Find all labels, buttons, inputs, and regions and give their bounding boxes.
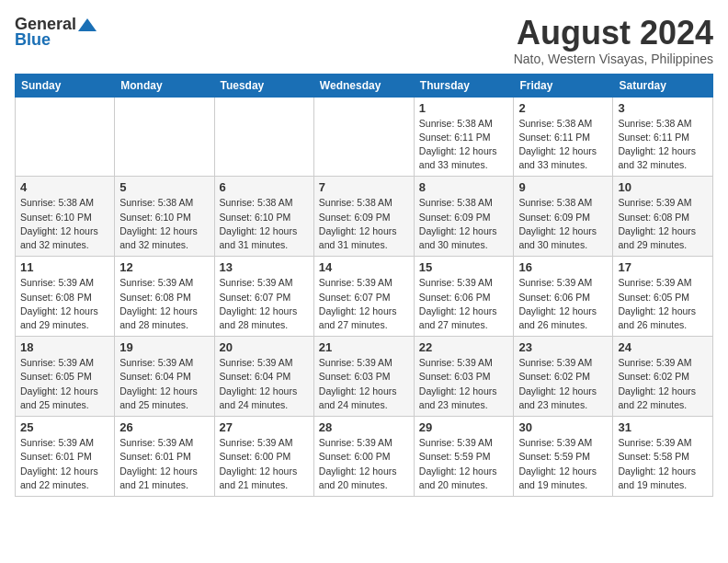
day-info: Sunrise: 5:38 AMSunset: 6:11 PMDaylight:… bbox=[419, 117, 509, 173]
calendar-cell: 18Sunrise: 5:39 AMSunset: 6:05 PMDayligh… bbox=[16, 337, 115, 417]
day-number: 24 bbox=[618, 340, 708, 354]
logo: General Blue bbox=[15, 15, 98, 50]
header-sunday: Sunday bbox=[16, 74, 115, 97]
day-info: Sunrise: 5:38 AMSunset: 6:11 PMDaylight:… bbox=[518, 117, 608, 173]
day-number: 11 bbox=[20, 260, 109, 274]
day-number: 10 bbox=[618, 180, 708, 194]
day-number: 17 bbox=[618, 260, 708, 274]
svg-marker-0 bbox=[78, 18, 97, 31]
calendar-cell bbox=[313, 97, 414, 177]
day-info: Sunrise: 5:39 AMSunset: 6:03 PMDaylight:… bbox=[319, 356, 409, 412]
day-info: Sunrise: 5:39 AMSunset: 5:59 PMDaylight:… bbox=[419, 436, 509, 492]
week-row-4: 25Sunrise: 5:39 AMSunset: 6:01 PMDayligh… bbox=[16, 417, 713, 497]
day-info: Sunrise: 5:39 AMSunset: 5:59 PMDaylight:… bbox=[518, 436, 608, 492]
day-number: 8 bbox=[419, 180, 509, 194]
day-number: 12 bbox=[119, 260, 209, 274]
day-number: 1 bbox=[419, 101, 509, 115]
calendar-cell: 17Sunrise: 5:39 AMSunset: 6:05 PMDayligh… bbox=[613, 257, 713, 337]
day-number: 31 bbox=[618, 420, 708, 434]
day-info: Sunrise: 5:38 AMSunset: 6:09 PMDaylight:… bbox=[319, 196, 409, 252]
calendar-cell: 23Sunrise: 5:39 AMSunset: 6:02 PMDayligh… bbox=[514, 337, 613, 417]
calendar-cell: 14Sunrise: 5:39 AMSunset: 6:07 PMDayligh… bbox=[313, 257, 414, 337]
day-info: Sunrise: 5:39 AMSunset: 6:05 PMDaylight:… bbox=[20, 356, 109, 412]
day-info: Sunrise: 5:39 AMSunset: 6:07 PMDaylight:… bbox=[319, 276, 409, 332]
day-info: Sunrise: 5:38 AMSunset: 6:09 PMDaylight:… bbox=[518, 196, 608, 252]
day-number: 30 bbox=[518, 420, 608, 434]
week-row-0: 1Sunrise: 5:38 AMSunset: 6:11 PMDaylight… bbox=[16, 97, 713, 177]
calendar-subtitle: Nato, Western Visayas, Philippines bbox=[514, 52, 713, 66]
calendar-cell: 15Sunrise: 5:39 AMSunset: 6:06 PMDayligh… bbox=[414, 257, 514, 337]
day-info: Sunrise: 5:39 AMSunset: 6:08 PMDaylight:… bbox=[618, 196, 708, 252]
day-number: 27 bbox=[220, 420, 309, 434]
calendar-cell: 5Sunrise: 5:38 AMSunset: 6:10 PMDaylight… bbox=[115, 177, 214, 257]
calendar-cell: 31Sunrise: 5:39 AMSunset: 5:58 PMDayligh… bbox=[613, 417, 713, 497]
day-number: 14 bbox=[319, 260, 409, 274]
day-number: 16 bbox=[518, 260, 608, 274]
calendar-cell: 13Sunrise: 5:39 AMSunset: 6:07 PMDayligh… bbox=[214, 257, 313, 337]
day-info: Sunrise: 5:39 AMSunset: 6:04 PMDaylight:… bbox=[119, 356, 209, 412]
calendar-cell bbox=[214, 97, 313, 177]
day-number: 4 bbox=[20, 180, 109, 194]
calendar-cell: 30Sunrise: 5:39 AMSunset: 5:59 PMDayligh… bbox=[514, 417, 613, 497]
calendar-cell: 20Sunrise: 5:39 AMSunset: 6:04 PMDayligh… bbox=[214, 337, 313, 417]
calendar-cell: 19Sunrise: 5:39 AMSunset: 6:04 PMDayligh… bbox=[115, 337, 214, 417]
day-info: Sunrise: 5:38 AMSunset: 6:10 PMDaylight:… bbox=[220, 196, 309, 252]
day-info: Sunrise: 5:38 AMSunset: 6:10 PMDaylight:… bbox=[119, 196, 209, 252]
header-monday: Monday bbox=[115, 74, 214, 97]
day-info: Sunrise: 5:39 AMSunset: 6:08 PMDaylight:… bbox=[20, 276, 109, 332]
day-info: Sunrise: 5:39 AMSunset: 6:07 PMDaylight:… bbox=[220, 276, 309, 332]
calendar-cell: 3Sunrise: 5:38 AMSunset: 6:11 PMDaylight… bbox=[613, 97, 713, 177]
day-info: Sunrise: 5:39 AMSunset: 6:00 PMDaylight:… bbox=[220, 436, 309, 492]
calendar-cell: 24Sunrise: 5:39 AMSunset: 6:02 PMDayligh… bbox=[613, 337, 713, 417]
day-number: 23 bbox=[518, 340, 608, 354]
calendar-cell: 2Sunrise: 5:38 AMSunset: 6:11 PMDaylight… bbox=[514, 97, 613, 177]
day-info: Sunrise: 5:39 AMSunset: 6:05 PMDaylight:… bbox=[618, 276, 708, 332]
day-number: 19 bbox=[119, 340, 209, 354]
calendar-cell bbox=[115, 97, 214, 177]
day-number: 21 bbox=[319, 340, 409, 354]
logo-icon bbox=[78, 17, 98, 33]
calendar-cell: 12Sunrise: 5:39 AMSunset: 6:08 PMDayligh… bbox=[115, 257, 214, 337]
calendar-cell: 22Sunrise: 5:39 AMSunset: 6:03 PMDayligh… bbox=[414, 337, 514, 417]
day-number: 18 bbox=[20, 340, 109, 354]
day-number: 13 bbox=[220, 260, 309, 274]
day-info: Sunrise: 5:38 AMSunset: 6:11 PMDaylight:… bbox=[618, 117, 708, 173]
calendar-cell: 9Sunrise: 5:38 AMSunset: 6:09 PMDaylight… bbox=[514, 177, 613, 257]
week-row-2: 11Sunrise: 5:39 AMSunset: 6:08 PMDayligh… bbox=[16, 257, 713, 337]
day-number: 5 bbox=[119, 180, 209, 194]
week-row-3: 18Sunrise: 5:39 AMSunset: 6:05 PMDayligh… bbox=[16, 337, 713, 417]
calendar-cell: 7Sunrise: 5:38 AMSunset: 6:09 PMDaylight… bbox=[313, 177, 414, 257]
calendar-cell: 25Sunrise: 5:39 AMSunset: 6:01 PMDayligh… bbox=[16, 417, 115, 497]
day-number: 29 bbox=[419, 420, 509, 434]
day-info: Sunrise: 5:39 AMSunset: 6:01 PMDaylight:… bbox=[119, 436, 209, 492]
day-info: Sunrise: 5:39 AMSunset: 5:58 PMDaylight:… bbox=[618, 436, 708, 492]
day-number: 6 bbox=[220, 180, 309, 194]
calendar-cell: 1Sunrise: 5:38 AMSunset: 6:11 PMDaylight… bbox=[414, 97, 514, 177]
calendar-cell: 10Sunrise: 5:39 AMSunset: 6:08 PMDayligh… bbox=[613, 177, 713, 257]
header-saturday: Saturday bbox=[613, 74, 713, 97]
day-info: Sunrise: 5:39 AMSunset: 6:02 PMDaylight:… bbox=[618, 356, 708, 412]
day-info: Sunrise: 5:39 AMSunset: 6:08 PMDaylight:… bbox=[119, 276, 209, 332]
calendar-cell: 8Sunrise: 5:38 AMSunset: 6:09 PMDaylight… bbox=[414, 177, 514, 257]
header-wednesday: Wednesday bbox=[313, 74, 414, 97]
day-info: Sunrise: 5:39 AMSunset: 6:03 PMDaylight:… bbox=[419, 356, 509, 412]
calendar-cell: 4Sunrise: 5:38 AMSunset: 6:10 PMDaylight… bbox=[16, 177, 115, 257]
day-info: Sunrise: 5:39 AMSunset: 6:06 PMDaylight:… bbox=[419, 276, 509, 332]
logo-blue: Blue bbox=[15, 30, 51, 50]
calendar-cell: 27Sunrise: 5:39 AMSunset: 6:00 PMDayligh… bbox=[214, 417, 313, 497]
calendar-cell: 11Sunrise: 5:39 AMSunset: 6:08 PMDayligh… bbox=[16, 257, 115, 337]
header-row: SundayMondayTuesdayWednesdayThursdayFrid… bbox=[16, 74, 713, 97]
calendar-cell: 16Sunrise: 5:39 AMSunset: 6:06 PMDayligh… bbox=[514, 257, 613, 337]
day-number: 26 bbox=[119, 420, 209, 434]
title-area: August 2024 Nato, Western Visayas, Phili… bbox=[514, 15, 713, 66]
header-friday: Friday bbox=[514, 74, 613, 97]
day-number: 2 bbox=[518, 101, 608, 115]
calendar-title: August 2024 bbox=[514, 15, 713, 52]
day-number: 3 bbox=[618, 101, 708, 115]
header-tuesday: Tuesday bbox=[214, 74, 313, 97]
day-info: Sunrise: 5:39 AMSunset: 6:02 PMDaylight:… bbox=[518, 356, 608, 412]
calendar-cell: 21Sunrise: 5:39 AMSunset: 6:03 PMDayligh… bbox=[313, 337, 414, 417]
day-info: Sunrise: 5:39 AMSunset: 6:00 PMDaylight:… bbox=[319, 436, 409, 492]
day-number: 7 bbox=[319, 180, 409, 194]
page-header: General Blue August 2024 Nato, Western V… bbox=[15, 15, 713, 66]
